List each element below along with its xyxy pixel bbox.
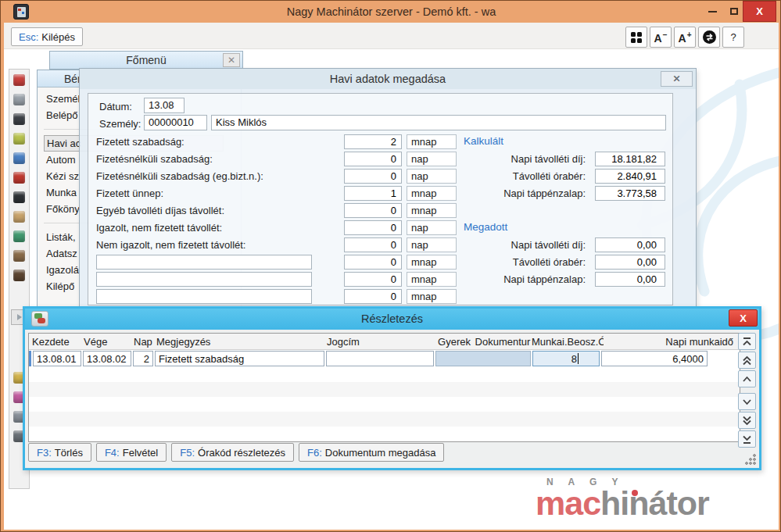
toolbar-icon[interactable] bbox=[13, 74, 25, 86]
exit-label: Kilépés bbox=[41, 31, 75, 43]
close-button[interactable]: X bbox=[743, 1, 776, 22]
toolbar-icon[interactable] bbox=[13, 94, 25, 105]
window-title: Nagy Machinátor szerver - Demó kft. - wa bbox=[1, 1, 781, 23]
cell-nap[interactable]: 2 bbox=[133, 351, 153, 366]
toolbar-icon[interactable] bbox=[13, 152, 25, 164]
layout-grid-button[interactable] bbox=[625, 27, 647, 48]
toolbar-icon[interactable] bbox=[13, 113, 25, 125]
column-header: Napi munkaidő bbox=[604, 336, 740, 348]
row-unit-field: mnap bbox=[407, 186, 457, 201]
cell-vege[interactable]: 13.08.02 bbox=[83, 351, 131, 366]
grid-row: 13.08.01 13.08.02 2 Fizetett szabadság 8… bbox=[29, 350, 740, 367]
maximize-button[interactable] bbox=[725, 2, 743, 20]
cell-megjegyzes[interactable]: Fizetett szabadság bbox=[155, 351, 324, 366]
row-value-field[interactable]: 0 bbox=[344, 272, 402, 287]
column-header: Kezdete bbox=[29, 336, 81, 348]
person-name-field[interactable]: Kiss Miklós bbox=[211, 115, 666, 130]
exit-button[interactable]: Esc: Kilépés bbox=[11, 27, 83, 46]
row-text-field[interactable] bbox=[96, 255, 312, 270]
fomenu-close-button[interactable]: ✕ bbox=[223, 53, 240, 67]
row-unit-field: mnap bbox=[407, 289, 457, 304]
detail-titlebar: Részletezés X bbox=[25, 309, 759, 330]
absence-row: 0 mnap bbox=[88, 254, 464, 271]
toolbar-icon[interactable] bbox=[13, 172, 25, 184]
row-label: Igazolt, nem fizetett távollét: bbox=[96, 222, 222, 234]
date-field[interactable]: 13.08 bbox=[144, 98, 185, 113]
toolbar-icon[interactable] bbox=[13, 250, 25, 262]
logo-i-dot bbox=[632, 490, 638, 496]
exit-hotkey: Esc: bbox=[19, 31, 38, 43]
function-button[interactable]: F5: Órakód részletezés bbox=[171, 443, 294, 462]
function-button[interactable]: F3: Törlés bbox=[28, 443, 91, 462]
calculated-values-column: Kalkulált Napi távolléti díj: 18.181,82 … bbox=[461, 134, 668, 323]
resize-grip[interactable] bbox=[744, 453, 756, 465]
function-button[interactable]: F4: Felvétel bbox=[96, 443, 167, 462]
scroll-page-down-icon[interactable] bbox=[738, 412, 756, 429]
row-value-field[interactable]: 0 bbox=[344, 220, 402, 235]
row-unit-field: nap bbox=[407, 220, 457, 235]
cell-napi-munkaido[interactable]: 6,4000 bbox=[601, 351, 708, 366]
function-key: F4: bbox=[105, 447, 120, 459]
row-text-field[interactable] bbox=[96, 289, 312, 304]
absence-row: Nem igazolt, nem fizetett távollét: 0 na… bbox=[88, 237, 464, 254]
row-unit-field: mnap bbox=[407, 272, 457, 287]
help-button[interactable]: ? bbox=[722, 27, 744, 48]
absence-row: Egyéb távolléti díjas távollét: 0 mnap bbox=[88, 202, 464, 220]
row-value-field[interactable]: 1 bbox=[344, 186, 402, 201]
scroll-down-icon[interactable] bbox=[738, 393, 756, 410]
calc-value-field: 3.773,58 bbox=[595, 186, 665, 201]
column-header: Dokumentur bbox=[474, 336, 532, 348]
absence-row: 0 mnap bbox=[88, 288, 464, 305]
font-smaller-button[interactable]: A− bbox=[650, 27, 672, 48]
entered-value-field[interactable]: 0,00 bbox=[595, 237, 665, 252]
row-value-field[interactable]: 0 bbox=[344, 203, 402, 218]
entered-value-field[interactable]: 0,00 bbox=[595, 272, 665, 287]
cell-gyerek-dokumentum[interactable] bbox=[435, 351, 531, 366]
entered-value-field[interactable]: 0,00 bbox=[595, 255, 665, 270]
calc-label: Napi távolléti díj: bbox=[461, 153, 586, 165]
toolbar-icon[interactable] bbox=[13, 191, 25, 203]
detail-title: Részletezés bbox=[25, 309, 759, 330]
minimize-button[interactable] bbox=[702, 2, 722, 20]
toolbar-icon[interactable] bbox=[13, 270, 25, 281]
detail-close-button[interactable]: X bbox=[729, 309, 758, 327]
row-value-field[interactable]: 0 bbox=[344, 169, 402, 184]
cell-jogcim[interactable] bbox=[326, 351, 434, 366]
dialog-close-button[interactable]: ✕ bbox=[661, 71, 693, 87]
function-button[interactable]: F6: Dokumentum megadása bbox=[299, 443, 444, 462]
calc-label: Napi táppénzalap: bbox=[461, 187, 586, 199]
calculated-rows: Napi távolléti díj: 18.181,82 Távolléti … bbox=[461, 151, 668, 202]
row-value-field[interactable]: 2 bbox=[344, 134, 402, 149]
scroll-up-icon[interactable] bbox=[738, 370, 756, 387]
scroll-last-icon[interactable] bbox=[738, 430, 756, 448]
toolbar-icon[interactable] bbox=[13, 211, 25, 223]
calc-value-field: 2.840,91 bbox=[595, 169, 665, 184]
switch-user-button[interactable] bbox=[698, 27, 720, 48]
cell-ora-active[interactable]: 8 bbox=[532, 351, 600, 366]
font-larger-button[interactable]: A+ bbox=[674, 27, 696, 48]
fomenu-window-tab[interactable]: Főmenü ✕ bbox=[49, 51, 243, 70]
cell-kezdete[interactable]: 13.08.01 bbox=[33, 351, 81, 366]
scroll-first-icon[interactable] bbox=[738, 333, 756, 350]
toolbar-icon[interactable] bbox=[13, 230, 25, 242]
row-value-field[interactable]: 0 bbox=[344, 289, 402, 304]
brand-logo: N A G Y machinátor bbox=[536, 477, 751, 519]
absence-row: Fizetett ünnep: 1 mnap bbox=[88, 185, 464, 202]
column-header: Jogcím bbox=[325, 336, 435, 348]
detail-window: Részletezés X KezdeteVégeNapMegjegyzésJo… bbox=[23, 306, 761, 470]
entered-header: Megadott bbox=[461, 220, 668, 237]
entered-label: Napi táppénzalap: bbox=[461, 273, 586, 285]
person-code-field[interactable]: 00000010 bbox=[144, 115, 207, 130]
row-value-field[interactable]: 0 bbox=[344, 152, 402, 166]
scroll-page-up-icon[interactable] bbox=[738, 352, 756, 369]
toolbar-icon[interactable] bbox=[13, 133, 25, 145]
calc-value-field: 18.181,82 bbox=[595, 152, 665, 166]
function-label: Órakód részletezés bbox=[198, 447, 285, 459]
grid-empty-rows bbox=[29, 367, 740, 442]
monthly-data-dialog: Havi adatok megadása ✕ Dátum: 13.08 Szem… bbox=[79, 68, 697, 326]
row-value-field[interactable]: 0 bbox=[344, 255, 402, 270]
row-text-field[interactable] bbox=[96, 272, 312, 287]
row-value-field[interactable]: 0 bbox=[344, 237, 402, 252]
row-unit-field: mnap bbox=[407, 134, 457, 149]
person-label: Személy: bbox=[99, 118, 141, 130]
